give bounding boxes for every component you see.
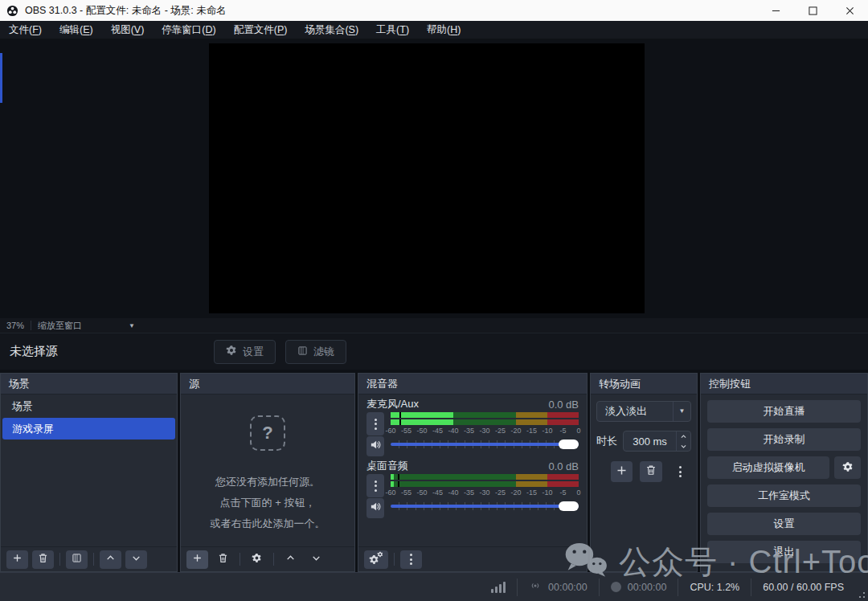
filter-icon (72, 552, 82, 566)
studio-mode-button[interactable]: 工作室模式 (707, 484, 861, 507)
preview-canvas[interactable] (209, 43, 645, 313)
trash-icon (38, 552, 48, 566)
remove-source-button[interactable] (212, 550, 234, 569)
audio-mixer-dock: 混音器 麦克风/Aux0.0 dB-60-55-50-45-40-35-30-2… (358, 373, 588, 572)
transition-menu-button[interactable] (669, 461, 691, 482)
sources-empty-text: 或者右击此处添加一个。 (181, 513, 354, 534)
duration-label: 时长 (596, 434, 617, 448)
trash-icon (645, 464, 657, 479)
menu-item[interactable]: 帮助(H) (418, 21, 469, 39)
volume-meter: -60-55-50-45-40-35-30-25-20-15-10-50 (391, 474, 579, 497)
close-button[interactable] (831, 0, 868, 21)
scene-filters-button[interactable] (66, 550, 88, 569)
source-properties-toolbar-button[interactable] (246, 550, 268, 569)
window-title: OBS 31.0.3 - 配置文件: 未命名 - 场景: 未命名 (25, 4, 227, 18)
remove-transition-button[interactable] (640, 461, 661, 482)
spin-up-button[interactable] (677, 431, 690, 441)
transitions-dock-title: 转场动画 (591, 374, 697, 395)
meter-scale: -60-55-50-45-40-35-30-25-20-15-10-50 (391, 489, 579, 497)
zoom-level: 37% (6, 321, 24, 330)
zoom-mode: 缩放至窗口 (38, 320, 82, 332)
move-source-up-button[interactable] (280, 550, 301, 569)
slider-handle[interactable] (559, 501, 579, 511)
mixer-channel: 麦克风/Aux0.0 dB-60-55-50-45-40-35-30-25-20… (358, 395, 587, 456)
scene-list-item[interactable]: 场景 (2, 395, 175, 417)
sources-empty-state[interactable]: ? 您还没有添加任何源。点击下面的 + 按钮，或者右击此处添加一个。 (181, 415, 354, 534)
obs-logo-icon (6, 5, 18, 17)
mixer-dock-title: 混音器 (358, 374, 587, 395)
kebab-icon (375, 480, 377, 492)
scene-list-item[interactable]: 游戏录屏 (2, 418, 175, 440)
advanced-audio-button[interactable] (364, 550, 388, 569)
exit-button[interactable]: 退出 (707, 541, 861, 563)
slider-handle[interactable] (559, 440, 579, 449)
source-filters-label: 滤镜 (313, 345, 334, 359)
mute-button[interactable] (366, 436, 384, 456)
add-scene-button[interactable] (6, 550, 28, 569)
record-timer: 00:00:00 (628, 582, 667, 593)
stream-timer: 00:00:00 (548, 582, 588, 593)
question-mark-icon: ? (250, 415, 285, 451)
left-edge-accent (0, 53, 2, 103)
volume-slider[interactable] (391, 439, 579, 450)
cpu-usage: CPU: 1.2% (678, 579, 751, 596)
scene-list: 场景游戏录屏 (1, 395, 177, 440)
no-source-label: 未选择源 (10, 344, 58, 359)
maximize-button[interactable] (794, 0, 831, 21)
minimize-button[interactable] (757, 0, 794, 21)
menu-item[interactable]: 配置文件(P) (225, 21, 297, 39)
source-properties-button[interactable]: 设置 (214, 340, 276, 364)
zoom-row[interactable]: 37% 缩放至窗口 ▼ (0, 318, 868, 333)
title-bar: OBS 31.0.3 - 配置文件: 未命名 - 场景: 未命名 (0, 0, 868, 21)
channel-name: 麦克风/Aux (366, 397, 419, 411)
transitions-dock: 转场动画 淡入淡出 ▼ 时长 300 ms (590, 373, 698, 572)
source-filters-button[interactable]: 滤镜 (285, 340, 346, 364)
add-transition-button[interactable] (611, 461, 633, 482)
menu-item[interactable]: 文件(F) (0, 21, 51, 39)
speaker-icon (370, 501, 382, 516)
menu-item[interactable]: 停靠窗口(D) (153, 21, 224, 39)
move-scene-up-button[interactable] (100, 550, 121, 569)
menu-item[interactable]: 场景集合(S) (296, 21, 367, 39)
obs-window: OBS 31.0.3 - 配置文件: 未命名 - 场景: 未命名 文件(F)编辑… (0, 0, 868, 601)
fps-counter: 60.00 / 60.00 FPS (751, 579, 855, 596)
channel-menu-button[interactable] (366, 412, 384, 435)
gears-icon (369, 553, 383, 566)
remove-scene-button[interactable] (32, 550, 54, 569)
virtual-camera-settings-button[interactable] (834, 456, 861, 479)
kebab-icon (410, 554, 412, 565)
start-virtual-camera-button[interactable]: 启动虚拟摄像机 (707, 456, 829, 479)
spin-down-button[interactable] (677, 441, 690, 451)
add-source-button[interactable] (186, 550, 208, 569)
status-bar: 00:00:00 00:00:00 CPU: 1.2% 60.00 / 60.0… (0, 572, 868, 601)
mixer-channel: 桌面音频0.0 dB-60-55-50-45-40-35-30-25-20-15… (358, 456, 587, 518)
channel-menu-button[interactable] (366, 474, 384, 497)
menu-bar: 文件(F)编辑(E)视图(V)停靠窗口(D)配置文件(P)场景集合(S)工具(T… (0, 21, 868, 39)
channel-volume-db: 0.0 dB (548, 460, 579, 472)
sources-empty-text: 点击下面的 + 按钮， (181, 493, 354, 513)
menu-item[interactable]: 编辑(E) (51, 21, 102, 39)
start-streaming-button[interactable]: 开始直播 (707, 400, 861, 423)
chevron-down-icon: ▼ (673, 402, 690, 421)
start-recording-button[interactable]: 开始录制 (707, 428, 861, 451)
stream-status: 00:00:00 (517, 579, 599, 596)
plus-icon (192, 552, 203, 566)
transition-select[interactable]: 淡入淡出 ▼ (596, 401, 691, 422)
network-status (480, 579, 517, 596)
duration-spinner[interactable]: 300 ms (623, 431, 691, 452)
sources-toolbar (181, 546, 354, 571)
controls-dock: 控制按钮 开始直播开始录制启动虚拟摄像机工作室模式设置退出 (700, 373, 868, 572)
filter-icon (297, 345, 308, 358)
move-scene-down-button[interactable] (125, 550, 147, 569)
menu-item[interactable]: 工具(T) (367, 21, 418, 39)
scenes-dock: 场景 场景游戏录屏 (0, 373, 178, 572)
move-source-down-button[interactable] (305, 550, 327, 569)
chevron-down-icon (311, 552, 321, 566)
settings-button[interactable]: 设置 (707, 513, 861, 535)
menu-item[interactable]: 视图(V) (102, 21, 154, 39)
mute-button[interactable] (366, 498, 384, 518)
resize-grip[interactable] (855, 588, 865, 598)
mixer-menu-button[interactable] (400, 550, 422, 569)
volume-slider[interactable] (391, 501, 579, 512)
volume-meter: -60-55-50-45-40-35-30-25-20-15-10-50 (391, 412, 579, 435)
